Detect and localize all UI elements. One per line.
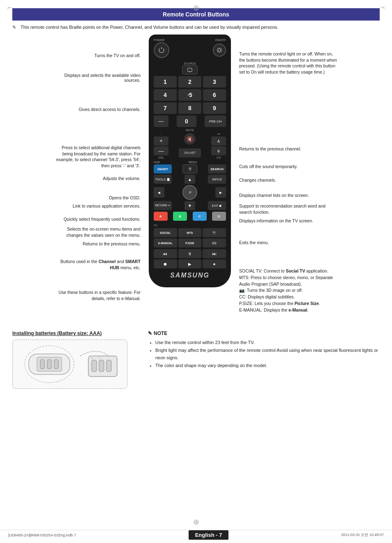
nav-down-btn[interactable]: ▼ [184, 201, 195, 210]
return-row: RETURN ↩ ▼ EXIT ⏹ [154, 201, 226, 210]
btn-dash[interactable]: — [154, 116, 168, 127]
note-item-1: Use the remote control within 23 feet fr… [155, 339, 380, 347]
rewind-button[interactable]: ⏮ [154, 249, 177, 258]
smart-button[interactable]: SMART [154, 164, 172, 173]
battery-section: Installing batteries (Battery size: AAA) [12, 330, 140, 389]
note-items: Use the remote control within 23 feet fr… [148, 339, 380, 370]
emanual-button[interactable]: E-MANUAL [154, 238, 177, 247]
btn-0[interactable]: 0 [177, 116, 196, 127]
mute-row: ·· + 🔇 •∧ ∧ [154, 132, 226, 146]
nav-ok-btn[interactable]: ↺ [182, 185, 197, 200]
label-app-services: Link to various application services. [54, 203, 141, 208]
threed-button[interactable]: 📷 [203, 228, 226, 237]
source-button[interactable] [182, 65, 198, 74]
vol-ch-bottom-row: — VOL CH LIST ∨ CH [154, 146, 226, 159]
battery-image: + + [12, 340, 127, 389]
label-mute: Cuts off the sound temporarily. [239, 164, 338, 169]
bottom-section: Installing batteries (Battery size: AAA) [12, 330, 380, 389]
ch-up-group: •∧ ∧ [211, 132, 226, 146]
ch-label: CH [217, 156, 221, 159]
return-button[interactable]: RETURN ↩ [154, 201, 172, 210]
onoff-label: ON/OFF [215, 39, 226, 42]
nav-up-btn[interactable]: ▲ [184, 175, 195, 184]
top-right-corner: ¬ [380, 3, 385, 12]
search-button[interactable]: SEARCH [208, 164, 226, 173]
svg-text:+: + [99, 357, 101, 359]
label-direct-channels: Gives direct access to channels. [54, 107, 141, 112]
info-button[interactable]: INFO ℹ [208, 175, 226, 184]
footer-right: 2011-03-31 오전 10:49:07 [341, 532, 384, 538]
svg-rect-5 [40, 360, 44, 369]
abcd-row: A B C D [154, 212, 226, 221]
ch-up-btn[interactable]: ∧ [211, 136, 226, 146]
btn-9[interactable]: 9 [203, 102, 226, 114]
battery-illustration: + + [16, 342, 123, 387]
svg-rect-9 [92, 360, 97, 372]
nav-right-btn[interactable]: ► [215, 187, 226, 198]
mute-label: MUTE [186, 129, 194, 132]
svg-rect-7 [54, 360, 58, 369]
source-row: SOURCE [154, 60, 226, 74]
ch-dots: •∧ [217, 132, 220, 136]
play-button[interactable]: ▶ [178, 259, 202, 268]
remote-body: POWER ON/OFF [149, 35, 231, 287]
ch-down-btn[interactable]: ∨ [211, 146, 226, 155]
social-button[interactable]: SOCIAL [154, 228, 177, 237]
btn-7[interactable]: 7 [154, 102, 177, 114]
pause-button[interactable]: ⏸ [178, 249, 202, 258]
btn-5[interactable]: ·5 [178, 89, 201, 101]
btn-a[interactable]: A [154, 212, 168, 221]
label-onscreen-menu: Selects the on-screen menu items and cha… [54, 226, 141, 238]
source-label: SOURCE [184, 62, 196, 65]
btn-3[interactable]: 3 [203, 76, 226, 88]
label-social-tv: SOCIAL TV: Connect to Social TV applicat… [239, 268, 338, 313]
mute-button[interactable]: 🔇 [184, 133, 196, 145]
chlist-button[interactable]: CH LIST [179, 148, 201, 157]
nav-left-btn[interactable]: ◄ [154, 187, 164, 198]
svg-rect-10 [99, 360, 104, 372]
btn-8[interactable]: 8 [178, 102, 201, 114]
labels-right: Turns the remote control light on or off… [235, 35, 342, 322]
exit-button[interactable]: EXIT ⏹ [208, 201, 226, 210]
btn-4[interactable]: 4 [154, 89, 177, 101]
btn-6[interactable]: 6 [203, 89, 226, 101]
bottom-crosshair: ⊕ [193, 518, 199, 527]
label-tv-onoff: Turns the TV on and off. [54, 53, 141, 58]
mts-button[interactable]: MTS [178, 228, 202, 237]
remote-section: Turns the TV on and off. Displays and se… [12, 35, 380, 322]
menu-button[interactable]: ☰ [182, 164, 197, 173]
top-buttons-row [154, 42, 226, 58]
label-channel-buttons: Buttons used in the Channel and SMART HU… [54, 259, 141, 270]
footer-center-wrapper: English - 7 [189, 530, 229, 540]
psize-button[interactable]: P.SIZE [178, 238, 202, 247]
channel-misc-row: — 0 PRE-CH [154, 116, 226, 127]
label-channel-list: Displays channel lists on the screen. [239, 193, 338, 198]
svg-rect-6 [47, 360, 51, 369]
note-item-2: Bright light may affect the performance … [155, 347, 380, 362]
record-button[interactable]: ⏺ [154, 259, 177, 268]
btn-d[interactable]: D [212, 212, 226, 221]
btn-b[interactable]: B [173, 212, 187, 221]
btn-1[interactable]: 1 [154, 76, 177, 88]
labels-left: Turns the TV on and off. Displays and se… [50, 35, 145, 322]
power-button[interactable] [154, 42, 169, 58]
tools-button[interactable]: TOOLS 📋 [154, 175, 172, 184]
cc-button[interactable]: CC [203, 238, 226, 247]
btn-prech[interactable]: PRE-CH [205, 116, 226, 127]
btn-2[interactable]: 2 [178, 76, 201, 88]
svg-text:+: + [92, 357, 93, 359]
label-search-support: Support to recommendation search word an… [239, 203, 338, 215]
power-label: POWER [154, 39, 164, 42]
svg-rect-1 [188, 68, 192, 72]
btn-c[interactable]: C [193, 212, 207, 221]
stop-button[interactable]: ■ [203, 259, 226, 268]
label-volume: Adjusts the volume. [54, 176, 141, 181]
vol-label: VOL [158, 156, 164, 159]
onoff-button[interactable] [213, 44, 226, 57]
vol-minus-btn[interactable]: — [154, 146, 168, 155]
intro-note: This remote control has Braille points o… [12, 25, 380, 30]
label-digital-channels: Press to select additional digital chann… [54, 145, 141, 169]
vol-plus-btn[interactable]: + [154, 136, 168, 146]
fastforward-button[interactable]: ⏭ [203, 249, 226, 258]
tv-label-row: TV [154, 222, 226, 227]
